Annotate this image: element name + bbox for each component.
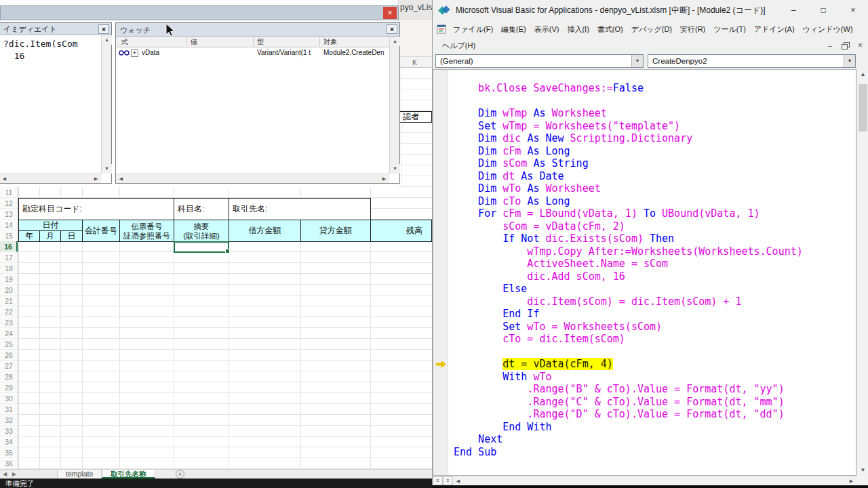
row-header-28[interactable]: 28 bbox=[0, 371, 18, 382]
immediate-window[interactable]: イミディエイト × ?dic.Item(sCom 16 ▲ ▼ ◀ ▶ bbox=[0, 22, 112, 184]
menu-bar[interactable]: ファイル(F)編集(E)表示(V)挿入(I)書式(O)デバッグ(D)実行(R)ツ… bbox=[433, 20, 868, 38]
vertical-scrollbar[interactable]: ▲ ▼ bbox=[389, 37, 399, 174]
code-line[interactable]: End Sub bbox=[454, 446, 856, 459]
code-line[interactable]: End If bbox=[454, 308, 856, 321]
account-code-label-cell[interactable]: 勘定科目コード: bbox=[18, 198, 175, 220]
code-line[interactable]: ActiveSheet.Name = sCom bbox=[454, 258, 856, 270]
immediate-titlebar[interactable]: イミディエイト × bbox=[0, 23, 111, 35]
code-line[interactable]: Dim wTmp As Worksheet bbox=[454, 107, 856, 120]
row-header-21[interactable]: 21 bbox=[0, 296, 18, 306]
row-header-20[interactable]: 20 bbox=[0, 285, 18, 296]
code-line[interactable]: With wTo bbox=[454, 371, 856, 384]
code-line[interactable]: If Not dic.Exists(sCom) Then bbox=[454, 232, 856, 245]
row-header-30[interactable]: 30 bbox=[0, 393, 18, 404]
scroll-left-icon[interactable]: ◀ bbox=[116, 174, 126, 184]
code-line[interactable]: cTo = dic.Item(sCom) bbox=[454, 333, 856, 346]
row-header-35[interactable]: 35 bbox=[0, 447, 18, 458]
scroll-down-icon[interactable]: ▼ bbox=[390, 164, 400, 174]
vertical-scrollbar[interactable]: ▲ ▼ bbox=[101, 35, 111, 174]
row-header-17[interactable]: 17 bbox=[0, 252, 18, 263]
watch-col-対象[interactable]: 対象 bbox=[323, 37, 337, 47]
menu-ファイル(F)[interactable]: ファイル(F) bbox=[449, 22, 497, 37]
tab-scroll-right-icon[interactable]: ▶ bbox=[9, 470, 19, 479]
code-line[interactable]: dt = vData(cFm, 4) bbox=[454, 358, 856, 371]
scroll-up-icon[interactable]: ▲ bbox=[857, 69, 868, 80]
row-header-11[interactable]: 11 bbox=[0, 187, 18, 198]
code-line[interactable]: Dim dic As New Scripting.Dictionary bbox=[454, 132, 856, 145]
watch-col-型[interactable]: 型 bbox=[257, 37, 264, 47]
horizontal-scrollbar[interactable]: ◀ ▶ bbox=[116, 174, 389, 183]
scrollbar-thumb[interactable] bbox=[859, 84, 867, 131]
menu-デバッグ(D)[interactable]: デバッグ(D) bbox=[627, 22, 676, 37]
code-line[interactable]: Set wTo = Worksheets(sCom) bbox=[454, 321, 856, 333]
tab-scroll-left-icon[interactable]: ◀ bbox=[0, 470, 9, 479]
close-icon[interactable]: × bbox=[387, 24, 397, 34]
close-button[interactable]: × bbox=[383, 7, 397, 19]
code-line[interactable]: Set wTmp = Worksheets("template") bbox=[454, 120, 856, 133]
code-line[interactable]: bk.Close SaveChanges:=False bbox=[454, 82, 856, 95]
child-close-button[interactable]: × bbox=[858, 41, 863, 50]
header-debit[interactable]: 借方金額 bbox=[229, 220, 301, 242]
code-line[interactable]: .Range("C" & cTo).Value = Format(dt, "mm… bbox=[454, 396, 856, 409]
code-line[interactable]: Next bbox=[454, 433, 856, 446]
row-header-25[interactable]: 25 bbox=[0, 339, 18, 350]
sheet-tab-取引先名称[interactable]: 取引先名称 bbox=[102, 470, 155, 479]
code-line[interactable]: Dim wTo As Worksheet bbox=[454, 182, 856, 195]
row-header-19[interactable]: 19 bbox=[0, 274, 18, 285]
object-dropdown[interactable]: (General) ▼ bbox=[435, 54, 644, 68]
code-line[interactable] bbox=[454, 95, 856, 108]
row-header-12[interactable]: 12 bbox=[0, 198, 18, 209]
vba-titlebar[interactable]: Microsoft Visual Basic for Applications … bbox=[433, 0, 868, 20]
menu-help[interactable]: ヘルプ(H) bbox=[438, 39, 479, 53]
expand-icon[interactable]: + bbox=[131, 49, 138, 57]
spreadsheet-grid[interactable]: 1112131415161718192021222324252627282930… bbox=[0, 187, 432, 469]
chevron-down-icon[interactable]: ▼ bbox=[844, 55, 855, 67]
header-credit[interactable]: 貸方金額 bbox=[300, 220, 371, 242]
code-line[interactable]: Dim cFm As Long bbox=[454, 145, 856, 158]
row-header-32[interactable]: 32 bbox=[0, 415, 18, 426]
subject-name-label-cell[interactable]: 科目名: bbox=[174, 198, 229, 220]
vertical-scrollbar[interactable]: ▲ ▼ bbox=[856, 69, 868, 476]
horizontal-scrollbar[interactable]: ≡ ≡ ◀ ▶ bbox=[433, 476, 856, 485]
watch-col-式[interactable]: 式 bbox=[121, 37, 128, 47]
header-day[interactable]: 日 bbox=[60, 230, 83, 242]
scroll-down-icon[interactable]: ▼ bbox=[102, 164, 112, 174]
row-header-33[interactable]: 33 bbox=[0, 426, 18, 436]
scroll-left-icon[interactable]: ◀ bbox=[453, 479, 463, 484]
minimize-button[interactable]: – bbox=[778, 0, 808, 20]
code-line[interactable]: wTmp.Copy After:=Worksheets(Worksheets.C… bbox=[454, 245, 856, 258]
code-line[interactable]: Dim cTo As Long bbox=[454, 195, 856, 208]
column-separator[interactable] bbox=[253, 37, 254, 46]
row-header-23[interactable]: 23 bbox=[0, 317, 18, 328]
scroll-up-icon[interactable]: ▲ bbox=[390, 37, 400, 46]
row-header-29[interactable]: 29 bbox=[0, 382, 18, 393]
code-line[interactable]: dic.Item(sCom) = dic.Item(sCom) + 1 bbox=[454, 296, 856, 308]
header-balance[interactable]: 残高 bbox=[370, 220, 432, 242]
breakpoint-margin[interactable] bbox=[433, 70, 448, 475]
menu-ウィンドウ(W)[interactable]: ウィンドウ(W) bbox=[799, 22, 857, 37]
sheet-tab-bar[interactable]: ◀ ▶ template取引先名称 + bbox=[0, 469, 432, 479]
row-header-13[interactable]: 13 bbox=[0, 209, 18, 220]
excel-column-header-k[interactable]: K bbox=[397, 57, 432, 68]
immediate-content[interactable]: ?dic.Item(sCom 16 bbox=[0, 35, 101, 174]
watch-row[interactable]: + vData Variant/Variant(1 t Module2.Crea… bbox=[116, 47, 389, 58]
row-header-14[interactable]: 14 bbox=[0, 220, 18, 230]
header-date[interactable]: 日付 bbox=[18, 220, 83, 231]
scroll-up-icon[interactable]: ▲ bbox=[102, 35, 112, 45]
scroll-down-icon[interactable]: ▼ bbox=[857, 465, 868, 476]
header-summary[interactable]: 摘要(取引詳細) bbox=[174, 220, 229, 242]
row-header-22[interactable]: 22 bbox=[0, 306, 18, 317]
row-header-24[interactable]: 24 bbox=[0, 328, 18, 339]
background-window-titlebar[interactable]: × bbox=[0, 5, 399, 20]
excel-cell-fragment[interactable]: 認者 bbox=[399, 111, 432, 123]
close-button[interactable]: × bbox=[838, 0, 868, 20]
menu-挿入(I)[interactable]: 挿入(I) bbox=[563, 22, 593, 37]
column-separator[interactable] bbox=[319, 37, 320, 46]
menu-実行(R)[interactable]: 実行(R) bbox=[676, 22, 709, 37]
code-line[interactable]: .Range("B" & cTo).Value = Format(dt, "yy… bbox=[454, 383, 856, 396]
scroll-right-icon[interactable]: ▶ bbox=[379, 174, 389, 184]
vba-window[interactable]: Microsoft Visual Basic for Applications … bbox=[432, 0, 868, 485]
code-line[interactable]: .Range("D" & cTo).Value = Format(dt, "dd… bbox=[454, 408, 856, 421]
header-acct-no[interactable]: 会計番号 bbox=[82, 220, 120, 242]
customer-name-label-cell[interactable]: 取引先名: bbox=[229, 198, 371, 220]
